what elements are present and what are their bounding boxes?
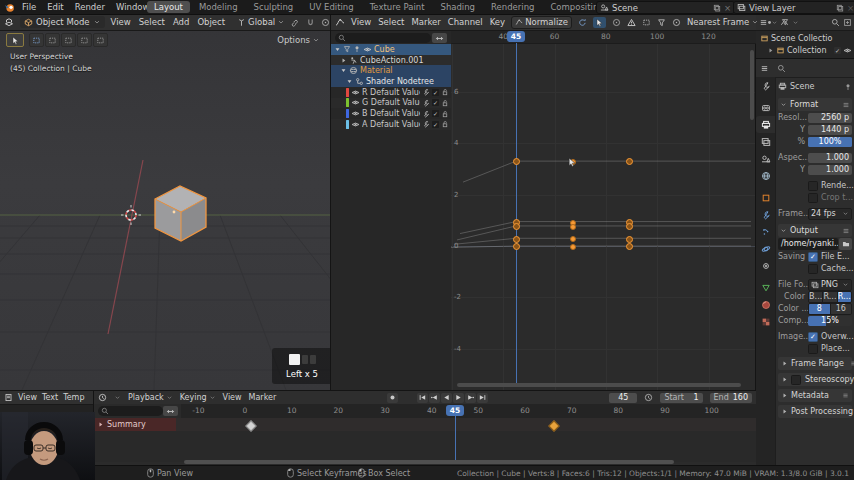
tab-rendering[interactable]: Rendering [484, 1, 541, 13]
graph-menu-key[interactable]: Key [490, 17, 505, 27]
blender-logo-icon[interactable] [4, 2, 15, 13]
properties-tab-object-data[interactable] [756, 279, 775, 296]
channel-cubeaction-001[interactable]: CubeAction.001 [331, 55, 451, 66]
clock-icon[interactable] [98, 393, 107, 402]
clock-icon[interactable] [644, 393, 653, 402]
timeline-scrollbar[interactable] [184, 460, 674, 464]
warn-icon[interactable] [627, 18, 636, 27]
scene-unlink-icon[interactable]: × [724, 3, 731, 13]
current-frame-field[interactable]: 45 [609, 393, 637, 403]
curve-icon[interactable] [335, 17, 345, 27]
menu-render[interactable]: Render [75, 2, 105, 12]
tab-texture-paint[interactable]: Texture Paint [363, 1, 432, 13]
property-value-field[interactable]: 1.000 [808, 165, 852, 175]
end-frame-field[interactable]: End 160 [710, 393, 752, 403]
channel-cube[interactable]: Cube [331, 44, 451, 55]
graph-menu-marker[interactable]: Marker [411, 17, 440, 27]
transform-orientation[interactable]: Global [237, 17, 285, 27]
channel-enable-checkbox[interactable]: ✓ [432, 99, 439, 106]
bars-icon[interactable] [760, 64, 769, 73]
eye-icon[interactable] [351, 98, 360, 107]
channel-b-default-value-co[interactable]: B Default Value (Co✓ [331, 108, 451, 119]
properties-tab-tool[interactable] [756, 77, 775, 94]
previous-keyframe-button[interactable] [429, 393, 440, 403]
properties-tab-object[interactable] [756, 189, 775, 206]
outliner-row-collection[interactable]: Collection✓ [756, 45, 854, 55]
graph-menu-channel[interactable]: Channel [448, 17, 483, 27]
keyframe[interactable] [513, 236, 520, 243]
dot-icon[interactable] [765, 18, 774, 27]
segment-option[interactable]: R... [823, 292, 837, 302]
properties-editor[interactable]: Scene FormatResol...2560 pY1440 p%100%As… [755, 58, 854, 466]
channel-enable-checkbox[interactable]: ✓ [432, 121, 439, 128]
play-reverse-button[interactable] [441, 393, 452, 403]
bars-icon[interactable] [842, 227, 850, 235]
eye-icon[interactable] [843, 46, 852, 55]
panel-checkbox[interactable] [791, 375, 801, 385]
checkbox-place-[interactable] [808, 344, 818, 354]
lock-icon[interactable] [441, 120, 449, 128]
keyframe[interactable] [626, 236, 633, 243]
graph-playhead[interactable] [516, 43, 518, 383]
graph-ruler[interactable]: 406080100120 [451, 30, 756, 44]
cursorArrow-icon[interactable] [593, 17, 606, 28]
view-layer-selector[interactable]: View Layer × [733, 1, 854, 14]
collapsed-panel-frame-range[interactable]: Frame Range [778, 357, 852, 370]
graph-current-frame-badge[interactable]: 45 [507, 31, 525, 42]
timeline-body[interactable] [94, 431, 756, 462]
channel-width-toggle[interactable] [432, 33, 447, 43]
eye-icon[interactable] [351, 120, 360, 129]
viewport-menu-view[interactable]: View [111, 17, 131, 27]
options-dropdown[interactable]: Options [277, 35, 320, 45]
copy-icon[interactable] [713, 4, 721, 12]
menu-file[interactable]: File [22, 2, 36, 12]
channel-search-input[interactable] [335, 33, 431, 43]
timeline-current-frame-badge[interactable]: 45 [446, 405, 464, 416]
extrap-icon[interactable] [780, 18, 789, 27]
outliner-row-scene-collectio[interactable]: Scene Collectio [756, 33, 854, 43]
propedit-icon[interactable] [672, 18, 681, 27]
channel-enable-checkbox[interactable]: ✓ [432, 89, 439, 96]
timeline-width-toggle[interactable] [163, 406, 178, 416]
propedit-icon[interactable] [321, 18, 330, 27]
text-editor-menu-text[interactable]: Text [42, 393, 58, 402]
menu-edit[interactable]: Edit [47, 2, 63, 12]
graph-vertical-scrollbar[interactable] [750, 50, 754, 120]
viewport-menu-object[interactable]: Object [197, 17, 225, 27]
lock-icon[interactable] [441, 110, 449, 118]
tab-layout[interactable]: Layout [147, 1, 190, 13]
channel-a-default-value-co[interactable]: A Default Value (Co✓ [331, 119, 451, 130]
properties-tab-world[interactable] [756, 167, 775, 184]
collapsed-panel-stereoscopy[interactable]: Stereoscopy [778, 373, 852, 386]
link-icon[interactable] [291, 18, 300, 27]
property-slider[interactable]: 100% [808, 137, 852, 147]
properties-tab-view-layer[interactable] [756, 133, 775, 150]
segment-option[interactable]: 16 [831, 304, 852, 314]
summary-channel[interactable]: Summary [94, 418, 179, 431]
collection-checkbox[interactable]: ✓ [834, 47, 841, 54]
properties-tab-material[interactable] [756, 296, 775, 313]
summary-keyframe-lane[interactable] [176, 418, 756, 431]
properties-tab-modifiers[interactable] [756, 206, 775, 223]
checkbox-rende-[interactable] [808, 181, 818, 191]
doc-icon[interactable] [4, 393, 13, 402]
collapsed-panel-metadata[interactable]: Metadata [778, 389, 852, 402]
eye-icon[interactable] [351, 109, 360, 118]
select-mode-button[interactable] [45, 33, 60, 47]
graph-menu-select[interactable]: Select [378, 17, 404, 27]
select-mode-button[interactable] [93, 33, 108, 47]
segment-option[interactable]: R... [838, 292, 851, 302]
scene-selector[interactable]: Scene × [596, 1, 735, 14]
channel-shader-nodetree[interactable]: Shader Nodetree [331, 76, 451, 87]
properties-tab-particles[interactable] [756, 223, 775, 240]
channel-r-default-value-co[interactable]: R Default Value (Co✓ [331, 87, 451, 98]
property-dropdown[interactable]: PNG [808, 279, 852, 291]
select-mode-button[interactable] [61, 33, 76, 47]
select-mode-button[interactable] [29, 33, 44, 47]
text-editor-menu-view[interactable]: View [18, 393, 37, 402]
property-value-field[interactable]: 2560 p [808, 113, 852, 123]
property-value-field[interactable]: 1.000 [808, 153, 852, 163]
next-keyframe-button[interactable] [465, 393, 476, 403]
property-dropdown[interactable]: 24 fps [808, 208, 852, 220]
tab-modeling[interactable]: Modeling [192, 1, 245, 13]
